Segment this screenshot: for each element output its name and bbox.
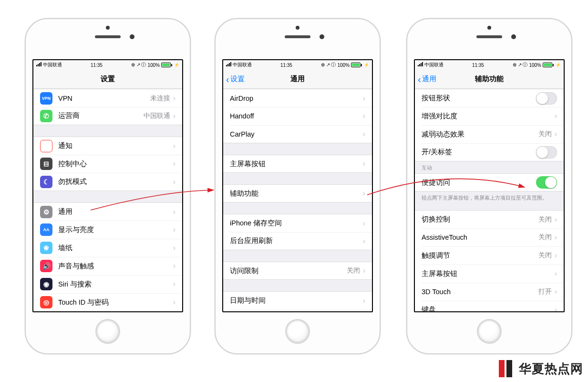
list-row[interactable]: 减弱动态效果关闭›	[415, 125, 564, 143]
list-row[interactable]: AA显示与亮度›	[33, 221, 182, 239]
row-label: 访问限制	[230, 266, 347, 276]
accessibility-list[interactable]: 按钮形状增强对比度›减弱动态效果关闭›开/关标签互动便捷访问轻点两下主屏幕按钮，…	[415, 89, 564, 312]
list-row[interactable]: 按钮形状	[415, 89, 564, 107]
chevron-right-icon: ›	[173, 225, 175, 234]
list-row[interactable]: ☾勿扰模式›	[33, 173, 182, 191]
page-title: 通用	[290, 74, 305, 84]
phone-accessibility: 中国联通 11:35 ⊕ ↗ ⓘ100%⚡ ‹通用 辅助功能 按钮形状增强对比度…	[406, 18, 572, 354]
chevron-right-icon: ›	[173, 280, 175, 288]
settings-group: 便捷访问	[415, 173, 564, 191]
list-row[interactable]: 辅助功能›	[223, 184, 372, 202]
row-label: Touch ID 与密码	[58, 298, 173, 307]
row-label: AirDrop	[230, 95, 363, 102]
list-row[interactable]: 切换控制关闭›	[415, 210, 564, 228]
list-row[interactable]: ⊟控制中心›	[33, 155, 182, 173]
chevron-right-icon: ›	[173, 159, 175, 168]
list-row[interactable]: 键盘›	[415, 301, 564, 312]
list-row[interactable]: 便捷访问	[415, 173, 564, 191]
row-label: 控制中心	[58, 159, 173, 169]
status-bar: 中国联通 11:35 ⊕ ↗ ⓘ100%⚡	[33, 60, 182, 70]
vpn-icon: VPN	[40, 92, 52, 105]
list-row[interactable]: Handoff›	[223, 107, 372, 125]
list-row[interactable]: 日期与时间›	[223, 291, 372, 309]
phone-top	[407, 19, 571, 59]
row-label: 主屏幕按钮	[230, 159, 363, 169]
gen-icon: ⚙	[40, 206, 52, 218]
chevron-right-icon: ›	[363, 130, 365, 138]
chevron-right-icon: ›	[555, 251, 557, 260]
home-button[interactable]	[285, 319, 310, 344]
dnd-icon: ☾	[40, 176, 52, 188]
status-left: 中国联通	[418, 62, 444, 68]
home-button[interactable]	[477, 319, 502, 344]
list-row[interactable]: ◻通知›	[33, 137, 182, 155]
row-label: 增强对比度	[422, 112, 555, 121]
row-detail: 打开	[538, 287, 552, 296]
chevron-right-icon: ›	[173, 178, 175, 186]
group-header: 互动	[415, 161, 564, 173]
list-row[interactable]: iPhone 储存空间›	[223, 214, 372, 232]
list-row[interactable]: 3D Touch打开›	[415, 283, 564, 301]
row-label: 减弱动态效果	[422, 130, 538, 139]
settings-group: iPhone 储存空间›后台应用刷新›	[223, 214, 372, 250]
speaker-slot	[95, 35, 121, 38]
row-label: 运营商	[58, 111, 144, 120]
row-label: 通知	[58, 141, 173, 150]
toggle-switch[interactable]	[536, 92, 557, 105]
status-time: 11:35	[91, 63, 103, 68]
list-row[interactable]: VPNVPN未连接›	[33, 89, 182, 107]
phone-icon: ✆	[40, 110, 52, 122]
chevron-right-icon: ›	[363, 94, 365, 103]
page-title: 辅助功能	[475, 74, 504, 84]
navbar: 设置	[33, 70, 182, 89]
toggle-switch[interactable]	[536, 146, 557, 159]
chevron-right-icon: ›	[555, 112, 557, 120]
list-row[interactable]: 🔊声音与触感›	[33, 257, 182, 275]
list-row[interactable]: ⚙通用›	[33, 202, 182, 221]
back-button[interactable]: ‹通用	[418, 74, 436, 84]
list-row[interactable]: 主屏幕按钮›	[415, 265, 564, 283]
list-row[interactable]: 开/关标签	[415, 143, 564, 161]
toggle-switch[interactable]	[536, 176, 557, 189]
settings-group: 访问限制关闭›	[223, 262, 372, 280]
row-detail: 关闭	[538, 215, 552, 224]
row-label: VPN	[58, 95, 150, 102]
list-row[interactable]: ◎Touch ID 与密码›	[33, 293, 182, 311]
list-row[interactable]: CarPlay›	[223, 125, 372, 143]
general-list[interactable]: AirDrop›Handoff›CarPlay›主屏幕按钮›辅助功能›iPhon…	[223, 89, 372, 312]
notif-icon: ◻	[40, 140, 52, 152]
status-right: ⊕ ↗ ⓘ100%⚡	[513, 62, 561, 68]
list-row[interactable]: ❀墙纸›	[33, 239, 182, 257]
settings-group: 切换控制关闭›AssistiveTouch关闭›触摸调节关闭›主屏幕按钮›3D …	[415, 210, 564, 312]
group-footer: 轻点两下主屏幕按钮，将屏幕上方项目拉至可及范围。	[415, 191, 564, 203]
row-label: 3D Touch	[422, 288, 538, 296]
row-label: 触摸调节	[422, 251, 538, 260]
list-row[interactable]: 访问限制关闭›	[223, 262, 372, 280]
phone-bottom	[26, 312, 190, 353]
row-label: 主屏幕按钮	[422, 269, 555, 278]
row-label: 勿扰模式	[58, 177, 173, 186]
list-row[interactable]: AirDrop›	[223, 89, 372, 107]
chevron-left-icon: ‹	[418, 74, 421, 84]
settings-group: 日期与时间›键盘›	[223, 291, 372, 312]
status-bar: 中国联通 11:35 ⊕ ↗ ⓘ100%⚡	[415, 60, 564, 70]
settings-list[interactable]: VPNVPN未连接›✆运营商中国联通›◻通知›⊟控制中心›☾勿扰模式›⚙通用›A…	[33, 89, 182, 312]
list-row[interactable]: 主屏幕按钮›	[223, 155, 372, 173]
speaker-slot	[476, 35, 502, 38]
list-row[interactable]: 触摸调节关闭›	[415, 246, 564, 265]
list-row[interactable]: AssistiveTouch关闭›	[415, 228, 564, 246]
row-label: 键盘	[422, 305, 555, 312]
chevron-right-icon: ›	[363, 297, 365, 305]
list-row[interactable]: ◉Siri 与搜索›	[33, 275, 182, 293]
row-label: 按钮形状	[422, 94, 536, 103]
settings-group: ◻通知›⊟控制中心›☾勿扰模式›	[33, 137, 182, 191]
list-row[interactable]: 增强对比度›	[415, 107, 564, 125]
screen: 中国联通 11:35 ⊕ ↗ ⓘ100%⚡ 设置 VPNVPN未连接›✆运营商中…	[32, 59, 183, 312]
row-detail: 未连接	[150, 94, 170, 103]
watermark-logo	[497, 360, 514, 377]
list-row[interactable]: ✆运营商中国联通›	[33, 107, 182, 125]
home-button[interactable]	[95, 319, 120, 344]
chevron-right-icon: ›	[173, 262, 175, 270]
list-row[interactable]: 后台应用刷新›	[223, 232, 372, 250]
back-button[interactable]: ‹设置	[226, 74, 245, 84]
